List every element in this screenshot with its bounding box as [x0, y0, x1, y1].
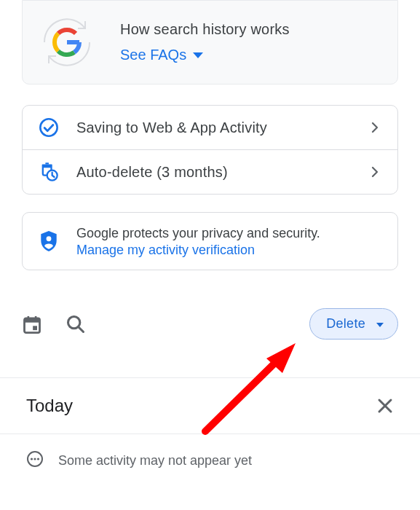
activity-settings-list: Saving to Web & App Activity Auto-delete…	[22, 105, 398, 195]
svg-rect-9	[35, 316, 37, 320]
privacy-text: Google protects your privacy and securit…	[76, 224, 320, 243]
svg-rect-0	[67, 40, 79, 44]
chevron-right-icon	[368, 121, 381, 134]
today-header: Today	[0, 378, 420, 434]
close-icon[interactable]	[375, 396, 395, 416]
saving-activity-label: Saving to Web & App Activity	[76, 119, 351, 136]
svg-rect-10	[33, 326, 37, 330]
caret-down-icon	[192, 51, 204, 60]
check-circle-icon	[39, 117, 59, 138]
search-history-info-card: How search history works See FAQs	[22, 0, 398, 85]
svg-rect-3	[45, 162, 49, 164]
svg-point-20	[37, 458, 39, 460]
info-card-title: How search history works	[120, 21, 290, 38]
auto-delete-row[interactable]: Auto-delete (3 months)	[23, 150, 397, 194]
activity-note-text: Some activity may not appear yet	[58, 453, 252, 468]
svg-rect-8	[28, 316, 30, 320]
activity-toolbar: Delete	[22, 308, 398, 340]
today-title: Today	[26, 396, 73, 416]
see-faqs-label: See FAQs	[120, 47, 186, 63]
see-faqs-link[interactable]: See FAQs	[120, 47, 290, 63]
more-horizontal-icon	[26, 450, 44, 471]
saving-activity-row[interactable]: Saving to Web & App Activity	[23, 106, 397, 150]
svg-point-5	[47, 236, 52, 241]
svg-marker-14	[266, 343, 296, 373]
caret-down-icon	[376, 316, 384, 332]
calendar-icon[interactable]	[22, 314, 42, 334]
delete-dropdown-button[interactable]: Delete	[309, 308, 398, 340]
chevron-right-icon	[368, 165, 381, 178]
manage-verification-link[interactable]: Manage my activity verification	[76, 243, 255, 257]
svg-point-18	[31, 458, 33, 460]
activity-note-row: Some activity may not appear yet	[0, 434, 420, 471]
svg-line-12	[79, 326, 84, 332]
delete-label: Delete	[326, 316, 365, 332]
privacy-card: Google protects your privacy and securit…	[22, 212, 398, 270]
auto-delete-icon	[39, 162, 59, 182]
svg-rect-7	[25, 318, 40, 323]
google-refresh-icon	[39, 14, 95, 71]
shield-user-icon	[39, 231, 59, 251]
svg-point-19	[33, 458, 36, 460]
today-section: Today Some activity may not appear yet	[0, 377, 420, 471]
svg-point-1	[40, 119, 57, 136]
auto-delete-label: Auto-delete (3 months)	[76, 164, 351, 181]
search-icon[interactable]	[66, 314, 86, 334]
